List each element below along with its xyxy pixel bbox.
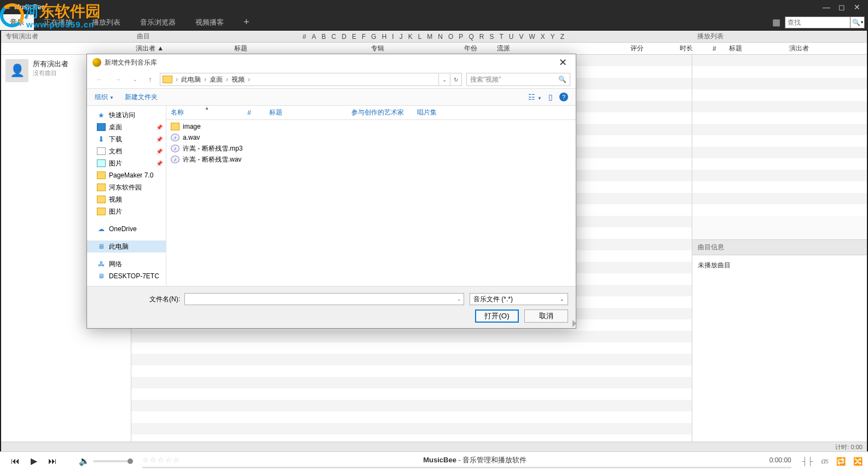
file-row[interactable]: ♪许嵩 - 断桥残雪.wav	[166, 154, 576, 165]
col-year[interactable]: 年份	[460, 44, 493, 53]
tree-item[interactable]: ★快速访问	[87, 109, 166, 121]
organize-menu[interactable]: 组织▼	[95, 93, 114, 102]
tree-item[interactable]: ☁OneDrive	[87, 223, 166, 235]
new-folder-button[interactable]: 新建文件夹	[125, 93, 158, 102]
col-q-title[interactable]: 标题	[725, 44, 785, 53]
alpha-M[interactable]: M	[427, 33, 432, 41]
menu-icon[interactable]: ≡	[3, 3, 12, 12]
nav-up-button[interactable]: ↑	[145, 75, 155, 84]
col-genre[interactable]: 流派	[493, 44, 626, 53]
alpha-Q[interactable]: Q	[468, 33, 473, 41]
alpha-#[interactable]: #	[303, 33, 306, 41]
next-button[interactable]: ⏭	[43, 456, 62, 466]
filecol-album[interactable]: 唱片集	[413, 108, 456, 117]
crumb-video[interactable]: 视频	[229, 75, 247, 84]
view-mode-button[interactable]: ☷ ▼	[528, 93, 542, 101]
alpha-C[interactable]: C	[332, 33, 337, 41]
nav-recent-button[interactable]: ⌄	[130, 77, 141, 82]
repeat-icon[interactable]: 🔁	[836, 457, 846, 466]
col-rating[interactable]: 评分	[626, 44, 675, 53]
prev-button[interactable]: ⏮	[5, 456, 25, 466]
dialog-search-input[interactable]: 搜索"视频"🔍	[466, 73, 570, 86]
file-row[interactable]: ♪许嵩 - 断桥残雪.mp3	[166, 143, 576, 154]
tab-add[interactable]: +	[234, 14, 259, 30]
alpha-F[interactable]: F	[362, 33, 366, 41]
alpha-U[interactable]: U	[509, 33, 514, 41]
help-button[interactable]: ?	[559, 93, 568, 101]
alpha-S[interactable]: S	[489, 33, 494, 41]
tree-item[interactable]: PageMaker 7.0	[87, 169, 166, 181]
alpha-D[interactable]: D	[342, 33, 346, 41]
crumb-thispc[interactable]: 此电脑	[179, 75, 203, 84]
shuffle-icon[interactable]: 🔀	[853, 457, 863, 466]
tree-item[interactable]: 🖧网络	[87, 258, 166, 270]
col-title[interactable]: 标题	[230, 44, 367, 53]
artist-name[interactable]: 所有演出者	[33, 59, 68, 69]
minimize-button[interactable]: —	[819, 3, 834, 12]
tree-item[interactable]: 桌面📌	[87, 121, 166, 133]
volume-slider[interactable]	[93, 460, 131, 462]
progress-bar[interactable]	[142, 467, 791, 468]
tab-nowplaying[interactable]: 正在播放	[34, 14, 82, 30]
filetype-select[interactable]: 音乐文件 (*.*)⌄	[470, 293, 568, 305]
rating-stars[interactable]: ☆☆☆☆☆	[142, 456, 181, 464]
filecol-artist[interactable]: 参与创作的艺术家	[347, 108, 413, 117]
tab-browser[interactable]: 音乐浏览器	[130, 14, 186, 30]
file-row[interactable]: image	[166, 121, 576, 132]
crumb-desktop[interactable]: 桌面	[207, 75, 225, 84]
play-button[interactable]: ▶	[25, 456, 43, 466]
col-q-num[interactable]: #	[708, 45, 725, 53]
alpha-Z[interactable]: Z	[560, 33, 564, 41]
title-dropdown-icon[interactable]: ⌄	[47, 4, 51, 10]
eq-icon[interactable]: ┤├	[802, 457, 813, 466]
alpha-N[interactable]: N	[438, 33, 443, 41]
alpha-Y[interactable]: Y	[551, 33, 555, 41]
filecol-num[interactable]: #	[243, 109, 265, 117]
alpha-A[interactable]: A	[312, 33, 316, 41]
alpha-V[interactable]: V	[519, 33, 523, 41]
preview-pane-button[interactable]: ▯	[548, 93, 553, 101]
alpha-T[interactable]: T	[499, 33, 503, 41]
dialog-close-button[interactable]: ✕	[555, 56, 570, 68]
breadcrumb[interactable]: › 此电脑 › 桌面 › 视频 › ⌄↻	[160, 73, 462, 86]
alpha-R[interactable]: R	[479, 33, 484, 41]
alpha-E[interactable]: E	[352, 33, 356, 41]
alpha-H[interactable]: H	[382, 33, 387, 41]
close-button[interactable]: ✕	[849, 3, 865, 12]
filecol-title[interactable]: 标题	[265, 108, 347, 117]
tab-podcast[interactable]: 视频播客	[186, 14, 234, 30]
nav-forward-button[interactable]: →	[111, 75, 125, 84]
alpha-L[interactable]: L	[418, 33, 422, 41]
search-button[interactable]: 🔍▾	[850, 16, 865, 28]
col-album[interactable]: 专辑	[367, 44, 460, 53]
tab-playlists[interactable]: 播放列表	[82, 14, 130, 30]
alpha-I[interactable]: I	[392, 33, 394, 41]
alpha-P[interactable]: P	[459, 33, 463, 41]
alpha-G[interactable]: G	[371, 33, 376, 41]
file-row[interactable]: ♪a.wav	[166, 132, 576, 143]
tree-item[interactable]: 图片	[87, 205, 166, 217]
alpha-W[interactable]: W	[529, 33, 535, 41]
tree-item[interactable]: 🖥DESKTOP-7ETC	[87, 270, 166, 282]
tab-music[interactable]: 音乐	[0, 14, 34, 30]
tree-item[interactable]: ⬇下载📌	[87, 133, 166, 145]
alpha-X[interactable]: X	[541, 33, 545, 41]
open-button[interactable]: 打开(O)	[475, 309, 519, 323]
col-artist[interactable]: 演出者 ▲	[131, 44, 230, 53]
tree-item[interactable]: 文档📌	[87, 145, 166, 157]
alpha-O[interactable]: O	[448, 33, 453, 41]
maximize-button[interactable]: ◻	[834, 3, 849, 12]
nav-back-button[interactable]: ←	[92, 75, 107, 84]
alpha-K[interactable]: K	[408, 33, 413, 41]
search-input[interactable]	[785, 16, 850, 28]
filename-input[interactable]: ⌄	[184, 293, 464, 305]
cancel-button[interactable]: 取消	[524, 309, 568, 323]
lastfm-icon[interactable]: ɑs	[821, 456, 829, 466]
tree-item[interactable]: 图片📌	[87, 157, 166, 169]
filecol-name[interactable]: ▲名称	[166, 108, 243, 117]
panel-layout-icon[interactable]: ▦	[768, 17, 785, 27]
volume-icon[interactable]: 🔈	[79, 456, 90, 466]
tree-item[interactable]: 🖥此电脑	[87, 240, 166, 253]
alpha-B[interactable]: B	[322, 33, 326, 41]
refresh-button[interactable]: ↻	[450, 74, 461, 85]
